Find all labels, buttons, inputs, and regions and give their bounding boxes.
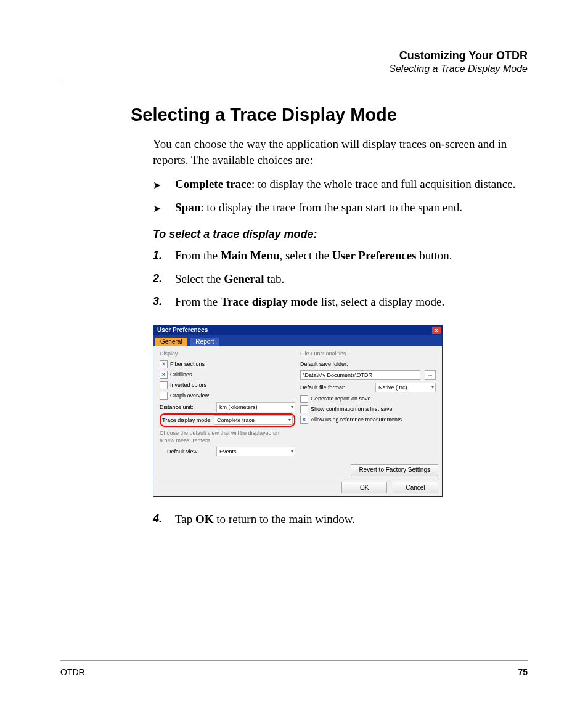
step-text: to return to the main window.	[214, 513, 355, 525]
checkbox-inverted-colors[interactable]	[160, 381, 168, 389]
input-default-save-folder[interactable]: \Data\My Documents\OTDR	[300, 370, 420, 380]
step-text: Tap	[175, 513, 195, 525]
checkbox-show-confirmation[interactable]	[300, 405, 308, 413]
step-bold: User Preferences	[332, 249, 417, 262]
label-default-file-format: Default file format:	[300, 384, 375, 391]
bullet-icon: ➤	[153, 202, 161, 216]
note-default-view: Choose the default view that will be dis…	[160, 429, 283, 444]
step-text: tab.	[264, 272, 285, 285]
checkbox-graph-overview[interactable]	[160, 392, 168, 400]
label-trace-display-mode: Trace display mode:	[162, 416, 214, 424]
step-number: 3.	[153, 294, 162, 309]
bullet-item: ➤ Span: to display the trace from the sp…	[153, 200, 528, 216]
chevron-down-icon: ▾	[431, 384, 434, 391]
select-value: Complete trace	[217, 416, 255, 424]
label-allow-reference: Allow using reference measurements	[311, 416, 402, 423]
step-text: Select the	[175, 272, 224, 285]
chevron-down-icon: ▾	[291, 404, 293, 411]
footer-left: OTDR	[60, 667, 85, 677]
label-graph-overview: Graph overview	[170, 392, 209, 399]
select-trace-display-mode[interactable]: Complete trace ▾	[214, 415, 293, 425]
checkbox-gridlines[interactable]: ×	[160, 371, 168, 379]
chevron-down-icon: ▾	[288, 417, 291, 424]
label-inverted-colors: Inverted colors	[170, 381, 206, 389]
step-item: 2. Select the General tab.	[153, 271, 528, 287]
cancel-button[interactable]: Cancel	[393, 482, 438, 494]
label-distance-unit: Distance unit:	[160, 404, 216, 411]
checkbox-allow-reference[interactable]: ×	[300, 416, 308, 424]
footer-divider	[60, 660, 528, 661]
highlight-trace-display-mode: Trace display mode: Complete trace ▾	[160, 413, 295, 427]
ok-button[interactable]: OK	[341, 482, 387, 494]
dialog-tabbar: General Report	[153, 335, 442, 346]
revert-button[interactable]: Revert to Factory Settings	[351, 464, 438, 476]
browse-button[interactable]: ...	[425, 370, 436, 380]
bullet-item: ➤ Complete trace: to display the whole t…	[153, 176, 528, 192]
step-text: From the	[175, 249, 221, 262]
tab-report[interactable]: Report	[190, 338, 219, 346]
user-preferences-dialog: User Preferences x General Report Displa…	[153, 325, 443, 497]
step-text: list, select a display mode.	[318, 295, 444, 308]
label-default-save-folder: Default save folder:	[300, 360, 348, 368]
step-bold: Trace display mode	[221, 295, 318, 308]
step-number: 1.	[153, 248, 162, 262]
select-default-view[interactable]: Events ▾	[216, 447, 295, 456]
step-number: 2.	[153, 271, 162, 286]
step-bold: OK	[195, 513, 214, 525]
header-divider	[60, 81, 528, 81]
label-gridlines: Gridlines	[170, 371, 192, 378]
bullet-desc: : to display the trace from the span sta…	[200, 201, 462, 214]
chevron-down-icon: ▾	[291, 448, 293, 455]
group-file-functionalities: File Functionalities	[300, 350, 436, 357]
step-item: 4. Tap OK to return to the main window.	[153, 511, 528, 527]
checkbox-fiber-sections[interactable]: ×	[160, 360, 168, 368]
close-icon[interactable]: x	[432, 327, 441, 334]
header-chapter: Customizing Your OTDR	[60, 49, 528, 62]
select-value: Native (.trc)	[378, 384, 407, 391]
intro-paragraph: You can choose the way the application w…	[153, 136, 528, 168]
dialog-titlebar: User Preferences x	[153, 325, 442, 335]
header-section: Selecting a Trace Display Mode	[60, 63, 528, 75]
step-text: , select the	[279, 249, 332, 262]
bullet-term: Span	[175, 201, 200, 214]
page-title: Selecting a Trace Display Mode	[131, 105, 528, 125]
page-number: 75	[518, 667, 528, 677]
step-number: 4.	[153, 511, 162, 526]
dialog-title: User Preferences	[157, 326, 208, 335]
instruction-heading: To select a trace display mode:	[153, 227, 528, 241]
label-default-view: Default view:	[167, 448, 216, 455]
bullet-desc: : to display the whole trace and full ac…	[251, 177, 515, 190]
step-item: 3. From the Trace display mode list, sel…	[153, 294, 528, 310]
step-text: button.	[417, 249, 452, 262]
step-text: From the	[175, 295, 221, 308]
checkbox-generate-report[interactable]	[300, 395, 308, 403]
step-item: 1. From the Main Menu, select the User P…	[153, 248, 528, 264]
select-value: Events	[219, 448, 237, 455]
select-value: km (kilometers)	[219, 404, 258, 411]
label-generate-report: Generate report on save	[311, 395, 371, 402]
select-default-file-format[interactable]: Native (.trc) ▾	[375, 383, 436, 392]
label-show-confirmation: Show confirmation on a first save	[311, 405, 393, 413]
step-bold: Main Menu	[221, 249, 280, 262]
tab-general[interactable]: General	[155, 338, 187, 346]
step-bold: General	[224, 272, 264, 285]
select-distance-unit[interactable]: km (kilometers) ▾	[216, 402, 295, 412]
bullet-icon: ➤	[153, 179, 161, 192]
label-fiber-sections: Fiber sections	[170, 360, 205, 368]
group-display: Display	[160, 350, 295, 357]
bullet-term: Complete trace	[175, 177, 251, 190]
